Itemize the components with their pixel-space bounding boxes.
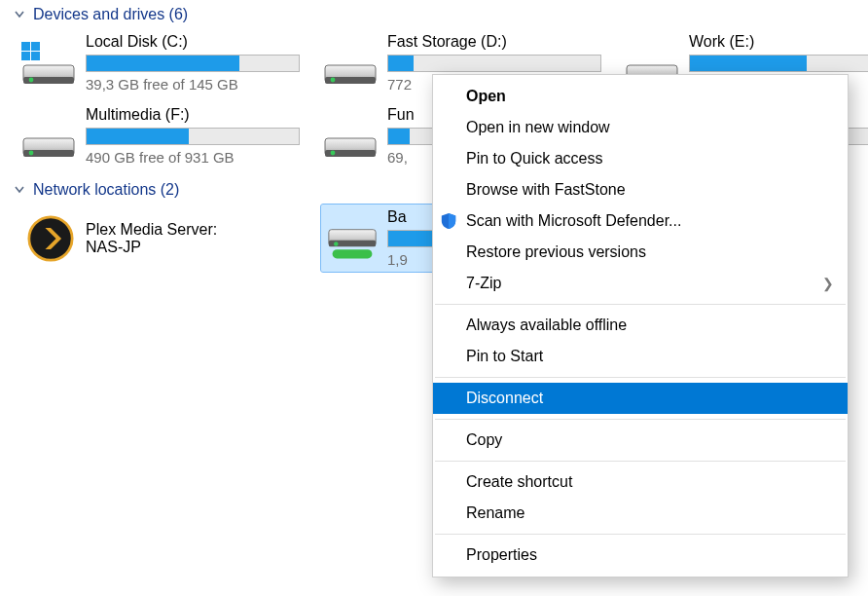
drive-usage-bar: [86, 128, 300, 145]
menu-item-label: 7-Zip: [466, 275, 501, 292]
shield-icon: [439, 211, 458, 231]
menu-item-properties[interactable]: Properties: [433, 540, 848, 571]
menu-item-7zip[interactable]: 7-Zip ❯: [433, 268, 848, 299]
network-item-plex[interactable]: Plex Media Server: NAS-JP: [19, 205, 316, 272]
hdd-icon: [21, 113, 76, 160]
drive-free-text: 490 GB free of 931 GB: [86, 149, 310, 166]
menu-separator: [435, 461, 846, 462]
menu-item-label: Pin to Start: [466, 348, 543, 365]
menu-item-open-new-window[interactable]: Open in new window: [433, 112, 848, 143]
drive-title: Work (E:): [689, 33, 868, 51]
menu-item-label: Browse with FastStone: [466, 181, 626, 199]
hdd-icon: [21, 40, 76, 87]
menu-item-restore-versions[interactable]: Restore previous versions: [433, 237, 848, 268]
network-item-title: Plex Media Server:: [86, 221, 217, 239]
section-header-label: Devices and drives (6): [33, 6, 188, 23]
menu-item-copy[interactable]: Copy: [433, 425, 848, 456]
chevron-down-icon: [14, 9, 25, 20]
menu-item-label: Scan with Microsoft Defender...: [466, 212, 681, 230]
chevron-down-icon: [14, 184, 25, 196]
menu-item-create-shortcut[interactable]: Create shortcut: [433, 466, 848, 498]
network-drive-icon: [327, 213, 378, 264]
menu-item-open[interactable]: Open: [433, 81, 848, 112]
menu-item-label: Open: [466, 88, 506, 105]
menu-item-label: Open in new window: [466, 119, 610, 136]
menu-item-label: Create shortcut: [466, 473, 572, 491]
menu-item-faststone[interactable]: Browse with FastStone: [433, 174, 848, 205]
network-item-subtitle: NAS-JP: [86, 239, 217, 256]
menu-separator: [435, 304, 846, 305]
section-header-label: Network locations (2): [33, 181, 179, 199]
hdd-icon: [323, 40, 378, 87]
plex-icon: [25, 213, 76, 264]
menu-separator: [435, 534, 846, 535]
menu-item-label: Pin to Quick access: [466, 150, 603, 168]
drive-title: Multimedia (F:): [86, 106, 310, 124]
menu-item-pin-quick-access[interactable]: Pin to Quick access: [433, 143, 848, 174]
drive-usage-bar: [689, 55, 868, 72]
menu-item-pin-start[interactable]: Pin to Start: [433, 341, 848, 372]
menu-item-always-offline[interactable]: Always available offline: [433, 310, 848, 341]
drive-usage-bar: [387, 55, 601, 72]
menu-separator: [435, 377, 846, 378]
drive-item-f[interactable]: Multimedia (F:) 490 GB free of 931 GB: [19, 102, 316, 171]
menu-item-disconnect[interactable]: Disconnect: [433, 383, 848, 414]
hdd-icon: [323, 113, 378, 160]
drive-usage-bar: [86, 55, 300, 72]
section-header-drives[interactable]: Devices and drives (6): [0, 0, 868, 25]
menu-item-label: Restore previous versions: [466, 243, 646, 261]
menu-item-label: Rename: [466, 504, 524, 522]
menu-separator: [435, 419, 846, 420]
submenu-arrow-icon: ❯: [822, 276, 834, 291]
context-menu: Open Open in new window Pin to Quick acc…: [432, 74, 849, 577]
menu-item-label: Copy: [466, 431, 502, 449]
drive-item-c[interactable]: Local Disk (C:) 39,3 GB free of 145 GB: [19, 29, 316, 98]
menu-item-label: Properties: [466, 546, 537, 564]
menu-item-label: Always available offline: [466, 317, 627, 334]
drive-title: Local Disk (C:): [86, 33, 310, 51]
menu-item-defender[interactable]: Scan with Microsoft Defender...: [433, 205, 848, 237]
drive-title: Fast Storage (D:): [387, 33, 612, 51]
drive-free-text: 39,3 GB free of 145 GB: [86, 76, 310, 93]
menu-item-rename[interactable]: Rename: [433, 498, 848, 529]
menu-item-label: Disconnect: [466, 390, 543, 407]
